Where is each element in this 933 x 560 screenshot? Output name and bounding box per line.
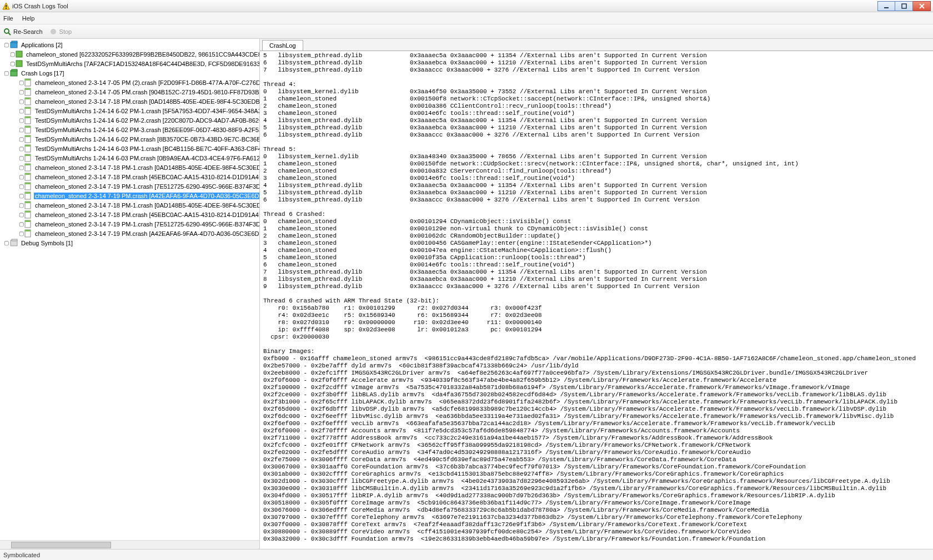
main-area: ▢ Applications [2] ▢ chameleon_stoned [6… — [0, 39, 933, 549]
expander-icon[interactable]: ▢ — [19, 89, 24, 95]
tree-item-crashlog[interactable]: ▢chameleon_stoned 2-3-14 7-18 PM-1.crash… — [0, 163, 259, 172]
close-button[interactable] — [913, 1, 931, 11]
tree-label: chameleon_stoned 2-3-14 7-18 PM.crash [4… — [34, 211, 260, 218]
expander-icon[interactable]: ▢ — [10, 60, 15, 67]
tree-label: chameleon_stoned 2-3-14 7-19 PM.crash [A… — [34, 193, 260, 199]
svg-point-7 — [4, 29, 9, 33]
svg-point-9 — [51, 29, 56, 34]
scroll-thumb[interactable] — [11, 542, 111, 548]
tree-item-crashlog[interactable]: ▢TestDSymMultiArchs 1-24-14 6-03 PM.cras… — [0, 153, 259, 163]
svg-line-8 — [8, 33, 11, 35]
expander-icon[interactable]: ▢ — [19, 136, 24, 142]
tree-item-crashlog[interactable]: ▢chameleon_stoned 2-3-14 7-05 PM (2).cra… — [0, 78, 259, 87]
expander-icon[interactable]: ▢ — [19, 79, 24, 85]
tree-item-crashlog[interactable]: ▢TestDSymMultiArchs 1-24-14 6-02 PM-3.cr… — [0, 125, 259, 134]
tree-item-crashlog[interactable]: ▢chameleon_stoned 2-3-14 7-18 PM-1.crash… — [0, 200, 259, 210]
crashlog-file-icon — [24, 173, 33, 181]
tree-item-crashlog[interactable]: ▢TestDSymMultiArchs 1-24-14 6-02 PM-2.cr… — [0, 115, 259, 125]
tree-item-crashlog[interactable]: ▢TestDSymMultiArchs 1-24-14 6-02 PM.cras… — [0, 134, 259, 144]
toolbar: Re-Search Stop — [0, 24, 933, 39]
crashlog-file-icon — [24, 191, 33, 200]
svg-rect-11 — [12, 41, 17, 43]
expander-icon[interactable]: ▢ — [19, 174, 24, 180]
expander-icon[interactable]: ▢ — [19, 193, 24, 199]
tree-root-applications[interactable]: ▢ Applications [2] — [0, 40, 259, 49]
tree-item-crashlog[interactable]: ▢chameleon_stoned 2-3-14 7-05 PM.crash [… — [0, 87, 259, 97]
expander-icon[interactable]: ▢ — [19, 202, 24, 208]
tree-item-app[interactable]: ▢ chameleon_stoned [622332052F633992BF99… — [0, 49, 259, 59]
expander-icon[interactable]: ▢ — [10, 51, 15, 57]
tree-item-crashlog[interactable]: ▢chameleon_stoned 2-3-14 7-18 PM.crash [… — [0, 172, 259, 181]
left-pane[interactable]: ▢ Applications [2] ▢ chameleon_stoned [6… — [0, 39, 260, 549]
tree-item-crashlog[interactable]: ▢chameleon_stoned 2-3-14 7-19 PM.crash [… — [0, 229, 259, 238]
expander-icon[interactable]: ▢ — [19, 155, 24, 161]
stop-icon — [49, 28, 57, 36]
svg-rect-35 — [25, 164, 31, 165]
svg-rect-25 — [25, 117, 31, 118]
tree-item-crashlog[interactable]: ▢chameleon_stoned 2-3-14 7-18 PM.crash [… — [0, 97, 259, 106]
tree-item-crashlog[interactable]: ▢TestDSymMultiArchs 1-24-14 6-03 PM-1.cr… — [0, 144, 259, 153]
svg-rect-31 — [25, 145, 31, 147]
tab-crashlog[interactable]: CrashLog — [262, 40, 303, 51]
tree-label: chameleon_stoned 2-3-14 7-18 PM-1.crash … — [34, 164, 260, 171]
tree-label: chameleon_stoned 2-3-14 7-05 PM (2).cras… — [34, 79, 260, 86]
maximize-button[interactable] — [895, 1, 913, 11]
tree-label: chameleon_stoned 2-3-14 7-18 PM.crash [0… — [34, 98, 260, 105]
tree-label: chameleon_stoned 2-3-14 7-19 PM-1.crash … — [34, 221, 260, 228]
expander-icon[interactable]: ▢ — [19, 211, 24, 218]
crashlog-file-icon — [24, 116, 33, 125]
svg-rect-45 — [25, 211, 31, 213]
tree-label: TestDSymMultiArchs 1-24-14 6-03 PM-1.cra… — [34, 145, 260, 152]
svg-rect-13 — [16, 60, 22, 67]
expander-icon[interactable]: ▢ — [19, 230, 24, 236]
expander-icon[interactable]: ▢ — [19, 98, 24, 104]
tabstrip: CrashLog — [260, 39, 933, 51]
tree-label: chameleon_stoned 2-3-14 7-19 PM-1.crash … — [34, 183, 260, 190]
minimize-button[interactable] — [877, 1, 895, 11]
research-button[interactable]: Re-Search — [3, 28, 43, 36]
crashlog-file-icon — [24, 125, 33, 134]
menu-file[interactable]: File — [3, 15, 13, 22]
horizontal-scrollbar[interactable] — [0, 540, 259, 549]
menu-help[interactable]: Help — [22, 15, 35, 22]
tree-label: chameleon_stoned 2-3-14 7-19 PM.crash [A… — [34, 230, 260, 237]
stop-button[interactable]: Stop — [49, 28, 72, 36]
app-icon — [2, 2, 10, 10]
expander-icon[interactable]: ▢ — [19, 183, 24, 189]
tree-item-crashlog[interactable]: ▢chameleon_stoned 2-3-14 7-18 PM.crash [… — [0, 210, 259, 219]
tree: ▢ Applications [2] ▢ chameleon_stoned [6… — [0, 39, 259, 259]
expander-icon[interactable]: ▢ — [19, 117, 24, 123]
debug-folder-icon — [10, 239, 19, 248]
expander-icon[interactable]: ▢ — [2, 70, 10, 76]
crashlog-file-icon — [24, 78, 33, 87]
tree-item-crashlog[interactable]: ▢TestDSymMultiArchs 1-24-14 6-02 PM-1.cr… — [0, 106, 259, 115]
tree-item-crashlog[interactable]: ▢chameleon_stoned 2-3-14 7-19 PM-1.crash… — [0, 181, 259, 191]
crashlog-textview[interactable]: 5 libsystem_pthread.dylib 0x3aaaec5a 0x3… — [260, 51, 933, 549]
expander-icon[interactable]: ▢ — [2, 240, 10, 246]
tree-item-app[interactable]: ▢ TestDSymMultiArchs [7AF2ACF1AD153248A1… — [0, 59, 259, 68]
app-item-icon — [15, 50, 24, 59]
crashlog-file-icon — [24, 135, 33, 144]
tree-label: chameleon_stoned [622332052F633992BF99B2… — [25, 51, 260, 58]
crashlog-file-icon — [24, 201, 33, 210]
research-label: Re-Search — [13, 28, 43, 35]
apps-folder-icon — [10, 41, 19, 49]
tree-item-crashlog[interactable]: ▢chameleon_stoned 2-3-14 7-19 PM-1.crash… — [0, 219, 259, 229]
tree-label: TestDSymMultiArchs 1-24-14 6-02 PM.crash… — [34, 136, 260, 143]
svg-rect-17 — [25, 79, 31, 80]
svg-rect-39 — [25, 183, 31, 184]
tree-item-crashlog[interactable]: ▢chameleon_stoned 2-3-14 7-19 PM.crash [… — [0, 191, 259, 200]
crashlog-file-icon — [24, 210, 33, 219]
svg-rect-37 — [25, 173, 31, 175]
expander-icon[interactable]: ▢ — [2, 42, 10, 48]
tree-root-debug[interactable]: ▢ Debug Symbols [1] — [0, 238, 259, 248]
crashlog-file-icon — [24, 220, 33, 229]
expander-icon[interactable]: ▢ — [19, 108, 24, 114]
crashlog-file-icon — [24, 154, 33, 163]
expander-icon[interactable]: ▢ — [19, 145, 24, 152]
tree-root-crashlogs[interactable]: ▢ Crash Logs [17] — [0, 68, 259, 78]
crashlog-file-icon — [24, 97, 33, 106]
expander-icon[interactable]: ▢ — [19, 221, 24, 227]
expander-icon[interactable]: ▢ — [19, 164, 24, 170]
expander-icon[interactable]: ▢ — [19, 127, 24, 133]
